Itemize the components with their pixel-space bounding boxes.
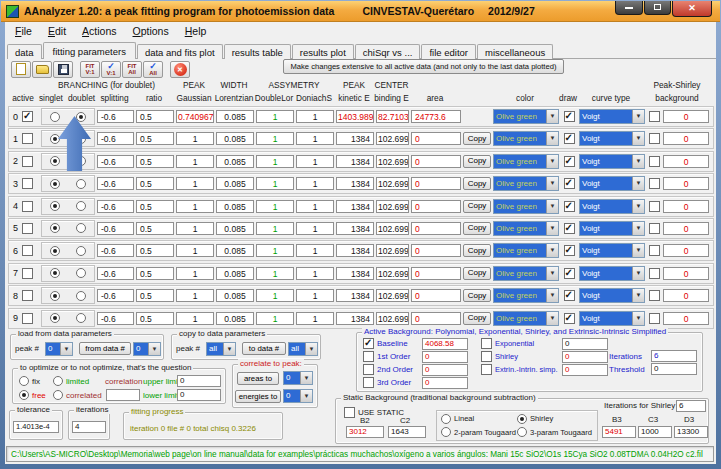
area-field[interactable]: 0 bbox=[411, 155, 461, 168]
row-active-checkbox[interactable] bbox=[22, 245, 33, 256]
area-field[interactable]: 0 bbox=[411, 222, 461, 235]
color-select[interactable]: Olive green▼ bbox=[493, 266, 559, 281]
lorentzian-width-field[interactable]: 0.085 bbox=[216, 155, 254, 168]
singlet-radio[interactable] bbox=[50, 223, 60, 233]
chevron-down-icon[interactable]: ▼ bbox=[300, 372, 312, 384]
kinetic-energy-field[interactable]: 1384 bbox=[336, 267, 374, 280]
make-changes-button[interactable]: Make changes extensive to all active dat… bbox=[283, 59, 564, 74]
peak-shirley-checkbox[interactable] bbox=[649, 223, 660, 234]
copy-button[interactable]: Copy bbox=[463, 177, 491, 190]
tolerance-field[interactable]: 1.4013e-4 bbox=[13, 421, 59, 433]
shirley-checkbox[interactable] bbox=[481, 351, 492, 362]
peak-shirley-value-field[interactable]: 0 bbox=[663, 177, 709, 190]
row-active-checkbox[interactable] bbox=[22, 268, 33, 279]
binding-energy-field[interactable]: 82.7103 bbox=[376, 110, 409, 123]
singlet-radio[interactable] bbox=[50, 156, 60, 166]
baseline-checkbox[interactable] bbox=[363, 338, 374, 349]
tab-data[interactable]: data bbox=[7, 44, 42, 59]
curve-type-select[interactable]: Voigt▼ bbox=[579, 243, 645, 258]
ratio-field[interactable]: 0.5 bbox=[136, 289, 174, 302]
apply-fit-one-icon[interactable]: ✓V:1 bbox=[101, 61, 121, 78]
splitting-field[interactable]: -0.6 bbox=[97, 155, 134, 168]
binding-energy-field[interactable]: 102.6995 bbox=[376, 155, 409, 168]
curve-type-select[interactable]: Voigt▼ bbox=[579, 154, 645, 169]
color-select[interactable]: Olive green▼ bbox=[493, 221, 559, 236]
ratio-field[interactable]: 0.5 bbox=[136, 267, 174, 280]
doniachs-field[interactable]: 1 bbox=[296, 155, 334, 168]
save-file-icon[interactable] bbox=[53, 61, 73, 78]
correlation-field[interactable] bbox=[106, 389, 140, 401]
tab-results-plot[interactable]: results plot bbox=[292, 44, 354, 59]
lorentzian-width-field[interactable]: 0.085 bbox=[216, 177, 254, 190]
threshold-field[interactable]: 0 bbox=[651, 363, 697, 375]
c3-field[interactable]: 1000 bbox=[638, 426, 672, 438]
kinetic-energy-field[interactable]: 1384 bbox=[336, 177, 374, 190]
kinetic-energy-field[interactable]: 1384 bbox=[336, 132, 374, 145]
doublelor-field[interactable]: 1 bbox=[256, 155, 294, 168]
draw-checkbox[interactable] bbox=[564, 245, 575, 256]
gaussian-width-field[interactable]: 0.740967 bbox=[176, 110, 214, 123]
chevron-down-icon[interactable]: ▼ bbox=[632, 289, 644, 302]
kinetic-energy-field[interactable]: 1384 bbox=[336, 289, 374, 302]
kinetic-energy-field[interactable]: 1403.989 bbox=[336, 110, 374, 123]
menu-file[interactable]: File bbox=[7, 24, 40, 38]
curve-type-select[interactable]: Voigt▼ bbox=[579, 199, 645, 214]
lorentzian-width-field[interactable]: 0.085 bbox=[216, 222, 254, 235]
copy-button[interactable]: Copy bbox=[463, 289, 491, 302]
peak-shirley-checkbox[interactable] bbox=[649, 201, 660, 212]
ratio-field[interactable]: 0.5 bbox=[136, 222, 174, 235]
lorentzian-width-field[interactable]: 0.085 bbox=[216, 110, 254, 123]
kinetic-energy-field[interactable]: 1384 bbox=[336, 312, 374, 325]
ratio-field[interactable]: 0.5 bbox=[136, 155, 174, 168]
chevron-down-icon[interactable]: ▼ bbox=[632, 132, 644, 145]
draw-checkbox[interactable] bbox=[564, 268, 575, 279]
kinetic-energy-field[interactable]: 1384 bbox=[336, 222, 374, 235]
draw-checkbox[interactable] bbox=[564, 133, 575, 144]
doniachs-field[interactable]: 1 bbox=[296, 177, 334, 190]
energies-to-select[interactable]: 0 ▼ bbox=[283, 389, 313, 403]
chevron-down-icon[interactable]: ▼ bbox=[546, 222, 558, 235]
color-select[interactable]: Olive green▼ bbox=[493, 243, 559, 258]
doniachs-field[interactable]: 1 bbox=[296, 267, 334, 280]
gaussian-width-field[interactable]: 1 bbox=[176, 132, 214, 145]
iterations-for-shirley-field[interactable]: 6 bbox=[676, 400, 706, 412]
splitting-field[interactable]: -0.6 bbox=[97, 177, 134, 190]
areas-to-select[interactable]: 0 ▼ bbox=[283, 371, 313, 385]
peak-shirley-checkbox[interactable] bbox=[649, 290, 660, 301]
draw-checkbox[interactable] bbox=[564, 156, 575, 167]
peak-shirley-value-field[interactable]: 0 bbox=[663, 110, 709, 123]
load-peak-select[interactable]: 0 ▼ bbox=[45, 342, 73, 356]
doublelor-field[interactable]: 1 bbox=[256, 289, 294, 302]
gaussian-width-field[interactable]: 1 bbox=[176, 267, 214, 280]
menu-actions[interactable]: Actions bbox=[74, 24, 124, 38]
chevron-down-icon[interactable]: ▼ bbox=[632, 312, 644, 325]
chevron-down-icon[interactable]: ▼ bbox=[546, 312, 558, 325]
draw-checkbox[interactable] bbox=[564, 201, 575, 212]
tab-miscellaneous[interactable]: miscellaneous bbox=[477, 44, 553, 59]
area-field[interactable]: 0 bbox=[411, 267, 461, 280]
tab-chisqr-vs[interactable]: chiSqr vs ... bbox=[355, 44, 421, 59]
doniachs-field[interactable]: 1 bbox=[296, 222, 334, 235]
menu-help[interactable]: Help bbox=[177, 24, 215, 38]
kinetic-energy-field[interactable]: 1384 bbox=[336, 244, 374, 257]
ratio-field[interactable]: 0.5 bbox=[136, 177, 174, 190]
iterations-field[interactable]: 6 bbox=[651, 350, 697, 362]
menu-edit[interactable]: Edit bbox=[40, 24, 74, 38]
kinetic-energy-field[interactable]: 1384 bbox=[336, 200, 374, 213]
doniachs-field[interactable]: 1 bbox=[296, 110, 334, 123]
to-data-select[interactable]: all ▼ bbox=[288, 342, 318, 356]
chevron-down-icon[interactable]: ▼ bbox=[632, 200, 644, 213]
splitting-field[interactable]: -0.6 bbox=[97, 289, 134, 302]
area-field[interactable]: 0 bbox=[411, 177, 461, 190]
use-static-checkbox[interactable] bbox=[344, 407, 355, 418]
draw-checkbox[interactable] bbox=[564, 111, 575, 122]
exponential-field[interactable]: 0 bbox=[562, 338, 608, 350]
peak-shirley-checkbox[interactable] bbox=[649, 133, 660, 144]
area-field[interactable]: 24773.6 bbox=[411, 110, 461, 123]
from-data-select[interactable]: 0 ▼ bbox=[133, 342, 161, 356]
ratio-field[interactable]: 0.5 bbox=[136, 132, 174, 145]
doublelor-field[interactable]: 1 bbox=[256, 177, 294, 190]
doniachs-field[interactable]: 1 bbox=[296, 132, 334, 145]
peak-shirley-checkbox[interactable] bbox=[649, 245, 660, 256]
binding-energy-field[interactable]: 102.6995 bbox=[376, 200, 409, 213]
